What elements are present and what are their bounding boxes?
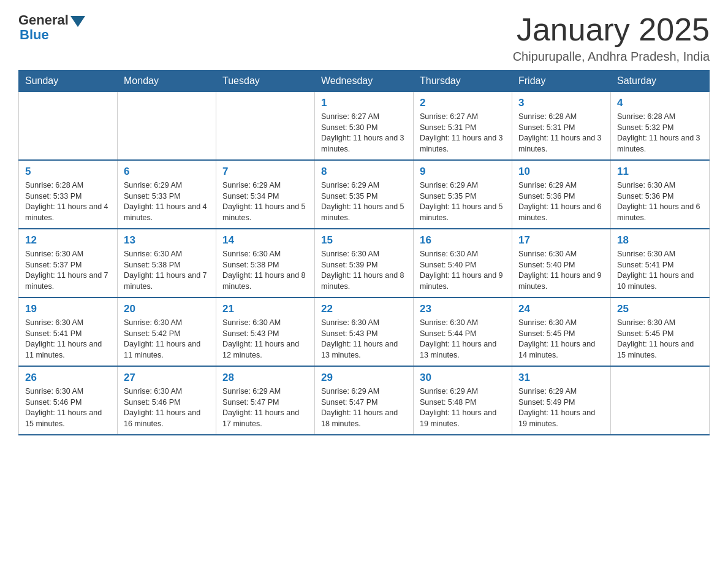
day-info: Sunrise: 6:29 AM Sunset: 5:35 PM Dayligh… xyxy=(321,180,407,223)
day-info: Sunrise: 6:27 AM Sunset: 5:30 PM Dayligh… xyxy=(321,112,407,155)
calendar-week-row: 19Sunrise: 6:30 AM Sunset: 5:41 PM Dayli… xyxy=(19,297,710,366)
day-number: 1 xyxy=(321,97,407,109)
weekday-header: Thursday xyxy=(414,71,512,92)
title-section: January 2025 Chipurupalle, Andhra Prades… xyxy=(513,12,710,64)
day-info: Sunrise: 6:30 AM Sunset: 5:39 PM Dayligh… xyxy=(321,249,407,292)
calendar-cell xyxy=(216,92,315,161)
calendar-cell: 3Sunrise: 6:28 AM Sunset: 5:31 PM Daylig… xyxy=(512,92,611,161)
logo-general-text: General xyxy=(18,12,69,28)
calendar-cell: 23Sunrise: 6:30 AM Sunset: 5:44 PM Dayli… xyxy=(414,297,512,366)
day-number: 7 xyxy=(222,166,308,178)
day-info: Sunrise: 6:29 AM Sunset: 5:35 PM Dayligh… xyxy=(420,180,506,223)
day-number: 13 xyxy=(124,234,210,247)
calendar-cell: 7Sunrise: 6:29 AM Sunset: 5:34 PM Daylig… xyxy=(216,160,315,229)
day-number: 26 xyxy=(25,372,111,384)
day-info: Sunrise: 6:29 AM Sunset: 5:36 PM Dayligh… xyxy=(518,180,604,223)
day-number: 5 xyxy=(25,166,111,178)
calendar-cell: 30Sunrise: 6:29 AM Sunset: 5:48 PM Dayli… xyxy=(414,366,512,435)
day-info: Sunrise: 6:28 AM Sunset: 5:33 PM Dayligh… xyxy=(25,180,111,223)
day-number: 23 xyxy=(420,303,506,315)
day-info: Sunrise: 6:29 AM Sunset: 5:33 PM Dayligh… xyxy=(124,180,210,223)
calendar-cell: 26Sunrise: 6:30 AM Sunset: 5:46 PM Dayli… xyxy=(19,366,118,435)
day-info: Sunrise: 6:30 AM Sunset: 5:42 PM Dayligh… xyxy=(124,318,210,361)
day-number: 31 xyxy=(518,372,604,384)
calendar-cell: 9Sunrise: 6:29 AM Sunset: 5:35 PM Daylig… xyxy=(414,160,512,229)
logo-blue-text: Blue xyxy=(20,27,49,43)
calendar-cell xyxy=(19,92,118,161)
calendar-cell: 5Sunrise: 6:28 AM Sunset: 5:33 PM Daylig… xyxy=(19,160,118,229)
calendar-header-row: SundayMondayTuesdayWednesdayThursdayFrid… xyxy=(19,71,710,92)
day-info: Sunrise: 6:30 AM Sunset: 5:46 PM Dayligh… xyxy=(25,386,111,429)
day-info: Sunrise: 6:29 AM Sunset: 5:47 PM Dayligh… xyxy=(222,386,308,429)
calendar-cell: 31Sunrise: 6:29 AM Sunset: 5:49 PM Dayli… xyxy=(512,366,611,435)
calendar-cell: 14Sunrise: 6:30 AM Sunset: 5:38 PM Dayli… xyxy=(216,229,315,297)
calendar-cell: 8Sunrise: 6:29 AM Sunset: 5:35 PM Daylig… xyxy=(315,160,414,229)
day-number: 29 xyxy=(321,372,407,384)
day-number: 8 xyxy=(321,166,407,178)
day-number: 22 xyxy=(321,303,407,315)
day-info: Sunrise: 6:30 AM Sunset: 5:41 PM Dayligh… xyxy=(617,249,703,292)
day-number: 18 xyxy=(617,234,703,247)
day-info: Sunrise: 6:27 AM Sunset: 5:31 PM Dayligh… xyxy=(420,112,506,155)
calendar-cell xyxy=(118,92,216,161)
calendar-week-row: 12Sunrise: 6:30 AM Sunset: 5:37 PM Dayli… xyxy=(19,229,710,297)
logo: General Blue xyxy=(18,12,85,43)
day-number: 21 xyxy=(222,303,308,315)
calendar-cell: 13Sunrise: 6:30 AM Sunset: 5:38 PM Dayli… xyxy=(118,229,216,297)
day-info: Sunrise: 6:30 AM Sunset: 5:46 PM Dayligh… xyxy=(124,386,210,429)
calendar-cell: 27Sunrise: 6:30 AM Sunset: 5:46 PM Dayli… xyxy=(118,366,216,435)
day-number: 2 xyxy=(420,97,506,109)
weekday-header: Tuesday xyxy=(216,71,315,92)
calendar-cell: 29Sunrise: 6:29 AM Sunset: 5:47 PM Dayli… xyxy=(315,366,414,435)
day-number: 15 xyxy=(321,234,407,247)
day-number: 20 xyxy=(124,303,210,315)
weekday-header: Sunday xyxy=(19,71,118,92)
day-info: Sunrise: 6:29 AM Sunset: 5:47 PM Dayligh… xyxy=(321,386,407,429)
weekday-header: Monday xyxy=(118,71,216,92)
calendar-week-row: 26Sunrise: 6:30 AM Sunset: 5:46 PM Dayli… xyxy=(19,366,710,435)
calendar-cell: 22Sunrise: 6:30 AM Sunset: 5:43 PM Dayli… xyxy=(315,297,414,366)
day-info: Sunrise: 6:30 AM Sunset: 5:38 PM Dayligh… xyxy=(124,249,210,292)
day-number: 25 xyxy=(617,303,703,315)
day-number: 12 xyxy=(25,234,111,247)
calendar-cell: 16Sunrise: 6:30 AM Sunset: 5:40 PM Dayli… xyxy=(414,229,512,297)
day-number: 24 xyxy=(518,303,604,315)
calendar-week-row: 1Sunrise: 6:27 AM Sunset: 5:30 PM Daylig… xyxy=(19,92,710,161)
day-info: Sunrise: 6:29 AM Sunset: 5:48 PM Dayligh… xyxy=(420,386,506,429)
day-info: Sunrise: 6:30 AM Sunset: 5:45 PM Dayligh… xyxy=(518,318,604,361)
location-text: Chipurupalle, Andhra Pradesh, India xyxy=(513,50,710,64)
day-info: Sunrise: 6:30 AM Sunset: 5:43 PM Dayligh… xyxy=(222,318,308,361)
weekday-header: Saturday xyxy=(611,71,710,92)
calendar-cell: 15Sunrise: 6:30 AM Sunset: 5:39 PM Dayli… xyxy=(315,229,414,297)
calendar-cell: 1Sunrise: 6:27 AM Sunset: 5:30 PM Daylig… xyxy=(315,92,414,161)
day-number: 9 xyxy=(420,166,506,178)
day-number: 16 xyxy=(420,234,506,247)
calendar-cell: 24Sunrise: 6:30 AM Sunset: 5:45 PM Dayli… xyxy=(512,297,611,366)
day-info: Sunrise: 6:30 AM Sunset: 5:41 PM Dayligh… xyxy=(25,318,111,361)
day-number: 6 xyxy=(124,166,210,178)
calendar-cell: 19Sunrise: 6:30 AM Sunset: 5:41 PM Dayli… xyxy=(19,297,118,366)
day-info: Sunrise: 6:30 AM Sunset: 5:40 PM Dayligh… xyxy=(420,249,506,292)
page-header: General Blue January 2025 Chipurupalle, … xyxy=(18,12,710,64)
calendar-cell: 21Sunrise: 6:30 AM Sunset: 5:43 PM Dayli… xyxy=(216,297,315,366)
day-info: Sunrise: 6:30 AM Sunset: 5:44 PM Dayligh… xyxy=(420,318,506,361)
weekday-header: Wednesday xyxy=(315,71,414,92)
weekday-header: Friday xyxy=(512,71,611,92)
calendar-cell: 4Sunrise: 6:28 AM Sunset: 5:32 PM Daylig… xyxy=(611,92,710,161)
day-number: 28 xyxy=(222,372,308,384)
day-info: Sunrise: 6:28 AM Sunset: 5:31 PM Dayligh… xyxy=(518,112,604,155)
day-number: 27 xyxy=(124,372,210,384)
calendar-cell: 28Sunrise: 6:29 AM Sunset: 5:47 PM Dayli… xyxy=(216,366,315,435)
calendar-cell: 18Sunrise: 6:30 AM Sunset: 5:41 PM Dayli… xyxy=(611,229,710,297)
calendar-cell: 17Sunrise: 6:30 AM Sunset: 5:40 PM Dayli… xyxy=(512,229,611,297)
day-number: 14 xyxy=(222,234,308,247)
calendar-cell: 11Sunrise: 6:30 AM Sunset: 5:36 PM Dayli… xyxy=(611,160,710,229)
day-info: Sunrise: 6:30 AM Sunset: 5:45 PM Dayligh… xyxy=(617,318,703,361)
day-info: Sunrise: 6:30 AM Sunset: 5:40 PM Dayligh… xyxy=(518,249,604,292)
day-number: 11 xyxy=(617,166,703,178)
day-info: Sunrise: 6:29 AM Sunset: 5:34 PM Dayligh… xyxy=(222,180,308,223)
calendar-cell: 10Sunrise: 6:29 AM Sunset: 5:36 PM Dayli… xyxy=(512,160,611,229)
day-info: Sunrise: 6:29 AM Sunset: 5:49 PM Dayligh… xyxy=(518,386,604,429)
day-number: 17 xyxy=(518,234,604,247)
calendar-week-row: 5Sunrise: 6:28 AM Sunset: 5:33 PM Daylig… xyxy=(19,160,710,229)
